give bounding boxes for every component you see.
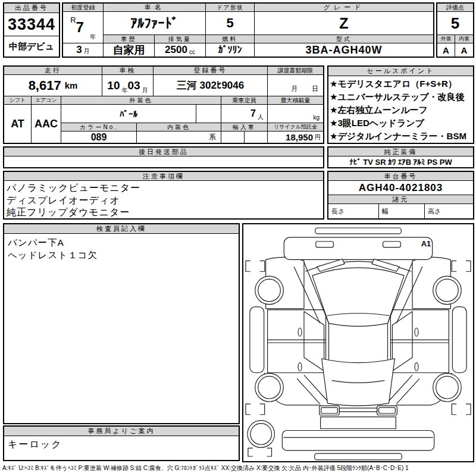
model-code-value: 3BA-AGH40W <box>255 43 433 57</box>
shift-value: AT <box>4 105 32 143</box>
notes-list: パノラミックビューモニター ディスプレイオーディオ 純正フリップダウモニター <box>7 182 321 219</box>
ext-color-label: 外装色 <box>61 96 221 105</box>
notes-title: 注意事項欄 <box>4 172 323 181</box>
later-parts-title: 後日発送部品 <box>4 148 323 156</box>
displacement-value: 2500 <box>165 44 187 56</box>
first-reg-year-unit: 年 <box>84 33 96 43</box>
sales-point-item: ★左右独立ムーンルーフ <box>330 104 472 117</box>
later-parts-empty <box>4 156 323 167</box>
reg-no-value: 三河 302ﾋ9046 <box>154 75 268 96</box>
shaken-year-unit: 年 <box>122 86 128 96</box>
notes-box: 注意事項欄 パノラミックビューモニター ディスプレイオーディオ 純正フリップダウ… <box>3 171 324 220</box>
displacement-label: 排気量 <box>155 35 206 43</box>
office-line: キーロック <box>8 439 235 451</box>
import-car-cell-2 <box>245 131 268 143</box>
rating-box: 評価点 5 外装 内装 A A <box>436 2 474 58</box>
ext-color-spare-cell <box>196 105 221 123</box>
legend-text: A:ｷｽﾞ U:ﾍｺﾐ B:ｷｽﾞを伴うﾍｺﾐ P:要塗装 W:補修跡 S:錆 … <box>2 464 474 472</box>
sales-point-item: ★3眼LEDヘッドランプ <box>330 117 472 130</box>
grade-value: Z <box>255 12 433 35</box>
rating-label: 評価点 <box>437 4 473 12</box>
displacement-unit: cc <box>189 49 195 57</box>
office-list: キーロック <box>8 439 235 451</box>
capacity-cell: 7 人 <box>221 105 268 123</box>
reg-no-label: 登録番号 <box>154 67 268 75</box>
sales-point-item: ★モデリスタエアロ（F+S+R） <box>330 77 472 90</box>
model-code-label: 型式 <box>255 35 433 43</box>
car-name-value: ｱﾙﾌｧｰﾄﾞ <box>104 12 206 35</box>
sales-point-item: ★デジタルインナーミラー・BSM <box>330 130 472 143</box>
aircon-value: AAC <box>32 105 61 143</box>
int-color-label: 内装色 <box>137 123 221 131</box>
recycle-label: リサイクル預託金 <box>268 123 323 131</box>
first-reg-era: R <box>70 12 76 24</box>
displacement-cell: 2500 cc <box>155 43 206 57</box>
equipment-box: 純正装備 ﾅﾋﾞ TV SR ｶﾜ ｴｱB ｱﾙﾐ PS PW <box>327 146 474 168</box>
shaken-cell: 10 年 03 月 <box>102 75 154 96</box>
mileage-value: 8,617 <box>29 78 61 93</box>
transfer-month-unit: 月 <box>291 84 298 93</box>
door-value: 5 <box>206 12 255 35</box>
first-reg-year-cell: R 7 年 <box>63 12 104 43</box>
chassis-value: AGH40-4021803 <box>328 181 473 195</box>
damage-mark-a1: A1 <box>418 239 434 248</box>
sales-points-list: ★モデリスタエアロ（F+S+R） ★ユニバーサルステップ・改良後 ★左右独立ムー… <box>330 77 472 143</box>
capacity-value: 7 <box>250 108 256 119</box>
transfer-cell: 月 日 <box>268 75 323 96</box>
fuel-value: ｶﾞｿﾘﾝ <box>206 43 255 57</box>
interior-grade-label: 内装 <box>455 35 473 43</box>
spec-height-label: 高さ <box>425 204 473 218</box>
int-color-cell: 系 <box>137 131 221 143</box>
int-color-suffix: 系 <box>209 132 216 142</box>
color-no-value: 089 <box>61 131 137 143</box>
first-reg-label: 初度登録 <box>63 4 104 12</box>
equipment-title: 純正装備 <box>328 148 473 156</box>
shift-label: シフト <box>4 96 32 105</box>
mileage-cell: 8,617 km <box>4 75 102 96</box>
import-car-cell-1 <box>221 131 245 143</box>
first-reg-month: 3 <box>76 44 82 56</box>
rating-score: 5 <box>437 12 473 35</box>
mileage-unit: km <box>65 80 78 90</box>
inspector-line: バンパー下A <box>8 236 235 249</box>
car-diagram-box: A1 <box>242 223 474 462</box>
history-value: 自家用 <box>104 43 155 57</box>
shaken-year: 10 <box>107 79 120 92</box>
exterior-grade-label: 外装 <box>437 35 455 43</box>
note-line: 純正フリップダウモニター <box>7 206 321 219</box>
inspector-box: 検査員記入欄 バンパー下A ヘッドレスト１コ欠 <box>3 223 240 424</box>
transfer-day-unit: 日 <box>312 84 318 93</box>
exterior-grade-value: A <box>437 43 455 57</box>
venue-label: 中部デビュ <box>4 36 59 57</box>
sales-point-item: ★ユニバーサルステップ・改良後 <box>330 90 472 104</box>
auction-number-box: 出品番号 33344 中部デビュ <box>3 2 60 58</box>
inspector-list: バンパー下A ヘッドレスト１コ欠 <box>8 236 235 261</box>
inspector-title: 検査員記入欄 <box>4 224 239 234</box>
door-label: ドア形状 <box>206 4 255 12</box>
fuel-label: 燃料 <box>206 35 255 43</box>
sales-points-title: セールスポイント <box>328 67 473 76</box>
spec-width-label: 幅 <box>379 204 425 218</box>
note-line: パノラミックビューモニター <box>7 182 321 195</box>
ext-color-value: ﾊﾟｰﾙ <box>61 105 196 123</box>
payload-cell: kg <box>268 105 323 123</box>
import-car-label: 輸入車 <box>221 123 268 131</box>
aircon-label: エアコン <box>32 96 61 105</box>
color-no-label: カラーNo. <box>61 123 137 131</box>
transfer-label: 譲渡書類期限 <box>268 67 323 75</box>
office-title: 事務局よりご案内 <box>4 427 239 436</box>
sales-points-box: セールスポイント ★モデリスタエアロ（F+S+R） ★ユニバーサルステップ・改良… <box>327 65 474 144</box>
vehicle-header-table: 初度登録 R 7 年 3 月 車名 ｱﾙﾌｧｰﾄﾞ 車歴 自家用 排気量 250… <box>62 2 434 58</box>
auction-number-label: 出品番号 <box>4 4 59 13</box>
chassis-title: 車台番号 <box>328 172 473 181</box>
inspector-line: ヘッドレスト１コ欠 <box>8 249 235 261</box>
car-top-view-diagram <box>243 224 473 461</box>
chassis-box: 車台番号 AGH40-4021803 諸元 長さ 幅 高さ <box>327 171 474 220</box>
shaken-label: 車検 <box>102 67 154 75</box>
recycle-value: 18,950 <box>286 132 313 142</box>
car-name-label: 車名 <box>104 4 206 12</box>
auction-number-value: 33344 <box>4 13 59 36</box>
shaken-month-unit: 月 <box>142 86 148 96</box>
first-reg-month-unit: 月 <box>84 47 90 57</box>
recycle-unit: 円 <box>315 133 321 143</box>
